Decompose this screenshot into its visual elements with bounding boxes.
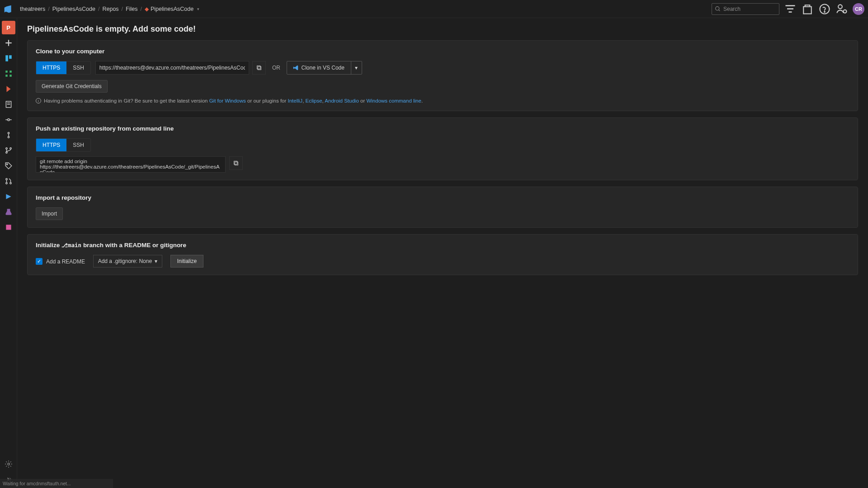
svg-rect-17 [9,75,12,77]
sidebar-project-icon[interactable]: P [2,21,15,34]
sidebar-boards-icon[interactable] [2,52,15,65]
sidebar-repos-icon[interactable] [2,82,15,96]
filter-icon[interactable] [784,3,797,15]
breadcrumb-subsection[interactable]: Files [123,6,140,12]
svg-rect-13 [9,55,12,59]
clone-in-vscode-button[interactable]: Clone in VS Code ▾ [287,61,362,75]
breadcrumb-section[interactable]: Repos [99,6,121,12]
tab-ssh[interactable]: SSH [66,139,90,151]
push-commands-textarea[interactable] [36,156,226,173]
generate-credentials-button[interactable]: Generate Git Credentials [36,80,108,93]
user-settings-icon[interactable] [835,3,848,15]
svg-point-7 [824,11,825,12]
clone-title: Clone to your computer [36,48,849,55]
left-sidebar: P [0,18,17,488]
svg-point-27 [5,148,7,149]
search-input[interactable]: Search [712,3,779,15]
breadcrumb: theatreers / PipelinesAsCode / Repos / F… [17,6,202,12]
sidebar-artifacts-icon[interactable] [2,221,15,234]
sidebar-branches-icon[interactable] [2,144,15,157]
svg-point-24 [8,132,9,134]
copy-url-button[interactable] [252,61,266,75]
svg-rect-15 [9,70,12,73]
svg-rect-4 [789,11,792,13]
info-icon: i [36,98,41,103]
auth-help-text: i Having problems authenticating in Git?… [36,98,849,103]
tab-ssh[interactable]: SSH [66,61,90,74]
sidebar-commits-icon[interactable] [2,113,15,127]
svg-point-0 [716,7,719,10]
sidebar-boards2-icon[interactable] [2,67,15,80]
link-git-for-windows[interactable]: Git for Windows [209,98,246,103]
push-title: Push an existing repository from command… [36,125,849,132]
svg-point-28 [9,148,11,149]
clone-protocol-tabs: HTTPS SSH [36,61,91,75]
sidebar-add-icon[interactable] [2,36,15,50]
svg-rect-11 [5,42,12,43]
copy-commands-button[interactable] [229,156,243,170]
chevron-down-icon: ▾ [155,258,157,264]
branch-icon: ⎇ [61,242,68,249]
link-eclipse[interactable]: Eclipse [306,98,322,103]
gitignore-dropdown[interactable]: Add a .gitignore: None ▾ [93,255,162,267]
svg-point-30 [6,164,7,165]
svg-rect-16 [5,75,8,77]
svg-rect-2 [786,5,795,6]
import-button[interactable]: Import [36,207,63,220]
push-card: Push an existing repository from command… [27,117,858,180]
check-icon: ✓ [36,258,42,265]
tab-https[interactable]: HTTPS [36,61,66,74]
initialize-button[interactable]: Initialize [170,255,203,267]
svg-rect-34 [6,225,11,230]
init-card: Initialize ⎇main branch with a README or… [27,234,858,275]
or-label: OR [272,61,280,75]
marketplace-icon[interactable] [801,3,814,15]
breadcrumb-project[interactable]: PipelinesAsCode [50,6,98,12]
svg-point-33 [9,183,11,184]
svg-line-1 [719,10,720,11]
svg-point-31 [5,178,7,180]
sidebar-tags-icon[interactable] [2,159,15,173]
sidebar-settings-icon[interactable] [2,457,15,471]
clone-url-input[interactable] [95,61,249,75]
svg-rect-37 [257,66,260,69]
chevron-down-icon: ▾ [197,7,199,11]
svg-point-21 [7,119,9,121]
svg-rect-36 [258,66,261,70]
svg-point-9 [844,9,847,13]
avatar[interactable]: CR [853,3,864,15]
main-content: PipelinesAsCode is empty. Add some code!… [17,18,868,488]
svg-point-32 [5,183,7,184]
breadcrumb-org[interactable]: theatreers [17,6,48,12]
import-card: Import a repository Import [27,187,858,228]
sidebar-pipelines-icon[interactable] [2,190,15,203]
status-bar: Waiting for amcdnmsftauth.net... [0,479,113,488]
sidebar-testplans-icon[interactable] [2,205,15,219]
svg-point-25 [8,136,9,138]
page-title: PipelinesAsCode is empty. Add some code! [27,24,858,34]
chevron-down-icon[interactable]: ▾ [351,61,362,74]
git-icon: ◆ [145,6,149,12]
tab-https[interactable]: HTTPS [36,139,66,151]
top-bar: theatreers / PipelinesAsCode / Repos / F… [0,0,868,18]
sidebar-files-icon[interactable] [2,98,15,111]
svg-rect-38 [235,162,238,165]
push-protocol-tabs: HTTPS SSH [36,138,91,152]
link-windows-cmdline[interactable]: Windows command line [366,98,421,103]
svg-point-35 [7,463,9,465]
azure-devops-logo[interactable] [4,5,13,14]
import-title: Import a repository [36,194,849,201]
svg-rect-14 [5,70,8,73]
breadcrumb-repo[interactable]: ◆ PipelinesAsCode ▾ [142,6,202,12]
svg-rect-12 [5,55,8,61]
help-icon[interactable] [818,3,831,15]
svg-rect-3 [787,8,793,9]
sidebar-pullrequests-icon[interactable] [2,174,15,188]
sidebar-pushes-icon[interactable] [2,128,15,142]
link-android-studio[interactable]: Android Studio [325,98,359,103]
clone-card: Clone to your computer HTTPS SSH OR Clon… [27,40,858,111]
link-intellij[interactable]: IntelliJ [288,98,303,103]
add-readme-checkbox[interactable]: ✓ Add a README [36,258,85,265]
init-title: Initialize ⎇main branch with a README or… [36,242,849,249]
svg-rect-5 [803,6,811,14]
